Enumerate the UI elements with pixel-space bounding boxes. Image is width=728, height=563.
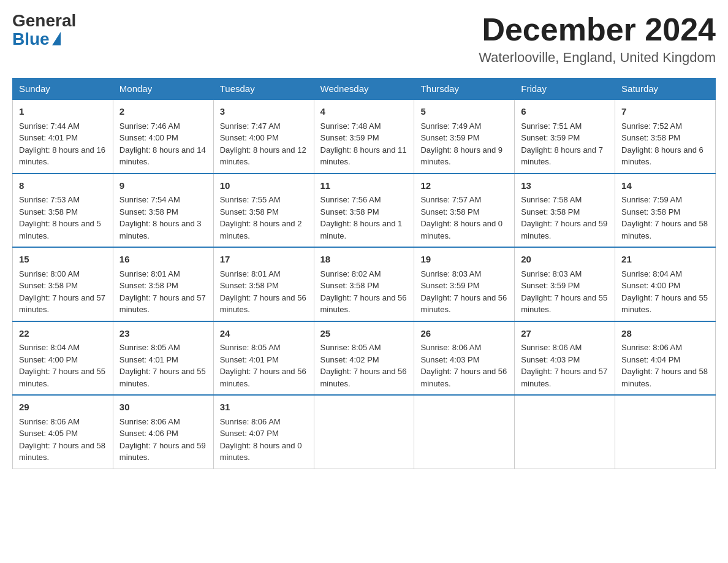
day-info: Sunrise: 7:59 AMSunset: 3:58 PMDaylight:…	[621, 195, 708, 240]
day-info: Sunrise: 7:48 AMSunset: 3:59 PMDaylight:…	[320, 121, 407, 167]
day-number: 12	[420, 179, 508, 193]
calendar-week-row: 15 Sunrise: 8:00 AMSunset: 3:58 PMDaylig…	[13, 247, 716, 321]
day-number: 14	[621, 179, 709, 193]
calendar-cell: 26 Sunrise: 8:06 AMSunset: 4:03 PMDaylig…	[414, 321, 515, 396]
calendar-cell: 30 Sunrise: 8:06 AMSunset: 4:06 PMDaylig…	[113, 395, 213, 469]
day-header-thursday: Thursday	[414, 79, 515, 100]
day-number: 10	[220, 179, 308, 193]
day-info: Sunrise: 7:56 AMSunset: 3:58 PMDaylight:…	[320, 195, 403, 240]
day-info: Sunrise: 8:06 AMSunset: 4:06 PMDaylight:…	[119, 417, 206, 462]
calendar-cell	[314, 395, 414, 469]
location-subtitle: Waterlooville, England, United Kingdom	[479, 50, 716, 66]
day-number: 22	[19, 327, 107, 341]
day-info: Sunrise: 8:01 AMSunset: 3:58 PMDaylight:…	[220, 269, 306, 315]
logo-general-text: General	[12, 12, 76, 29]
day-number: 6	[521, 105, 609, 119]
calendar-cell: 1 Sunrise: 7:44 AMSunset: 4:01 PMDayligh…	[13, 99, 113, 174]
day-info: Sunrise: 8:06 AMSunset: 4:05 PMDaylight:…	[19, 417, 105, 462]
calendar-week-row: 22 Sunrise: 8:04 AMSunset: 4:00 PMDaylig…	[13, 321, 716, 396]
day-number: 26	[420, 327, 508, 341]
calendar-cell: 4 Sunrise: 7:48 AMSunset: 3:59 PMDayligh…	[314, 99, 414, 174]
calendar-cell: 27 Sunrise: 8:06 AMSunset: 4:03 PMDaylig…	[515, 321, 615, 396]
day-info: Sunrise: 7:46 AMSunset: 4:00 PMDaylight:…	[119, 121, 206, 167]
calendar-header-row: SundayMondayTuesdayWednesdayThursdayFrid…	[13, 79, 716, 100]
calendar-cell: 25 Sunrise: 8:05 AMSunset: 4:02 PMDaylig…	[314, 321, 414, 396]
calendar-cell: 19 Sunrise: 8:03 AMSunset: 3:59 PMDaylig…	[414, 247, 515, 321]
logo-blue-text: Blue	[12, 29, 61, 49]
day-info: Sunrise: 8:02 AMSunset: 3:58 PMDaylight:…	[320, 269, 407, 315]
day-number: 11	[320, 179, 408, 193]
day-number: 18	[320, 253, 408, 267]
month-year-title: December 2024	[479, 12, 716, 47]
logo: General Blue	[12, 12, 76, 49]
day-number: 28	[621, 327, 709, 341]
day-info: Sunrise: 7:53 AMSunset: 3:58 PMDaylight:…	[19, 195, 101, 240]
calendar-cell: 17 Sunrise: 8:01 AMSunset: 3:58 PMDaylig…	[213, 247, 314, 321]
calendar-cell: 23 Sunrise: 8:05 AMSunset: 4:01 PMDaylig…	[113, 321, 213, 396]
day-info: Sunrise: 8:04 AMSunset: 4:00 PMDaylight:…	[19, 343, 105, 388]
day-info: Sunrise: 7:55 AMSunset: 3:58 PMDaylight:…	[220, 195, 302, 240]
calendar-cell: 2 Sunrise: 7:46 AMSunset: 4:00 PMDayligh…	[113, 99, 213, 174]
day-info: Sunrise: 8:06 AMSunset: 4:04 PMDaylight:…	[621, 343, 708, 388]
calendar-cell: 16 Sunrise: 8:01 AMSunset: 3:58 PMDaylig…	[113, 247, 213, 321]
day-number: 20	[521, 253, 609, 267]
calendar-cell: 18 Sunrise: 8:02 AMSunset: 3:58 PMDaylig…	[314, 247, 414, 321]
calendar-cell: 5 Sunrise: 7:49 AMSunset: 3:59 PMDayligh…	[414, 99, 515, 174]
calendar-table: SundayMondayTuesdayWednesdayThursdayFrid…	[12, 78, 716, 469]
calendar-cell	[515, 395, 615, 469]
day-info: Sunrise: 8:00 AMSunset: 3:58 PMDaylight:…	[19, 269, 105, 315]
day-number: 2	[119, 105, 207, 119]
day-number: 30	[119, 400, 207, 415]
day-number: 23	[119, 327, 207, 341]
day-info: Sunrise: 8:04 AMSunset: 4:00 PMDaylight:…	[621, 269, 708, 315]
calendar-cell: 12 Sunrise: 7:57 AMSunset: 3:58 PMDaylig…	[414, 174, 515, 248]
day-number: 9	[119, 179, 207, 193]
day-info: Sunrise: 8:05 AMSunset: 4:01 PMDaylight:…	[220, 343, 306, 388]
day-number: 5	[420, 105, 508, 119]
day-number: 19	[420, 253, 508, 267]
day-info: Sunrise: 7:44 AMSunset: 4:01 PMDaylight:…	[19, 121, 105, 167]
calendar-cell: 15 Sunrise: 8:00 AMSunset: 3:58 PMDaylig…	[13, 247, 113, 321]
day-header-saturday: Saturday	[615, 79, 716, 100]
day-info: Sunrise: 8:01 AMSunset: 3:58 PMDaylight:…	[119, 269, 206, 315]
day-info: Sunrise: 8:03 AMSunset: 3:59 PMDaylight:…	[420, 269, 507, 315]
day-number: 7	[621, 105, 709, 119]
day-number: 21	[621, 253, 709, 267]
day-number: 25	[320, 327, 408, 341]
day-number: 27	[521, 327, 609, 341]
calendar-week-row: 8 Sunrise: 7:53 AMSunset: 3:58 PMDayligh…	[13, 174, 716, 248]
calendar-cell: 9 Sunrise: 7:54 AMSunset: 3:58 PMDayligh…	[113, 174, 213, 248]
calendar-cell: 8 Sunrise: 7:53 AMSunset: 3:58 PMDayligh…	[13, 174, 113, 248]
calendar-cell: 21 Sunrise: 8:04 AMSunset: 4:00 PMDaylig…	[615, 247, 716, 321]
day-number: 17	[220, 253, 308, 267]
day-info: Sunrise: 8:05 AMSunset: 4:02 PMDaylight:…	[320, 343, 407, 388]
day-info: Sunrise: 8:06 AMSunset: 4:03 PMDaylight:…	[420, 343, 507, 388]
calendar-cell	[615, 395, 716, 469]
day-number: 8	[19, 179, 107, 193]
day-info: Sunrise: 7:51 AMSunset: 3:59 PMDaylight:…	[521, 121, 603, 167]
day-info: Sunrise: 7:58 AMSunset: 3:58 PMDaylight:…	[521, 195, 607, 240]
calendar-cell: 6 Sunrise: 7:51 AMSunset: 3:59 PMDayligh…	[515, 99, 615, 174]
day-info: Sunrise: 8:05 AMSunset: 4:01 PMDaylight:…	[119, 343, 206, 388]
day-number: 16	[119, 253, 207, 267]
calendar-cell: 28 Sunrise: 8:06 AMSunset: 4:04 PMDaylig…	[615, 321, 716, 396]
day-header-friday: Friday	[515, 79, 615, 100]
calendar-cell: 31 Sunrise: 8:06 AMSunset: 4:07 PMDaylig…	[213, 395, 314, 469]
day-info: Sunrise: 7:54 AMSunset: 3:58 PMDaylight:…	[119, 195, 202, 240]
day-number: 3	[220, 105, 308, 119]
calendar-cell: 13 Sunrise: 7:58 AMSunset: 3:58 PMDaylig…	[515, 174, 615, 248]
day-info: Sunrise: 7:49 AMSunset: 3:59 PMDaylight:…	[420, 121, 502, 167]
calendar-cell: 22 Sunrise: 8:04 AMSunset: 4:00 PMDaylig…	[13, 321, 113, 396]
day-number: 24	[220, 327, 308, 341]
title-block: December 2024 Waterlooville, England, Un…	[479, 12, 716, 66]
day-info: Sunrise: 7:52 AMSunset: 3:58 PMDaylight:…	[621, 121, 703, 167]
day-number: 29	[19, 400, 107, 415]
day-number: 13	[521, 179, 609, 193]
day-info: Sunrise: 7:47 AMSunset: 4:00 PMDaylight:…	[220, 121, 306, 167]
day-number: 1	[19, 105, 107, 119]
calendar-cell: 3 Sunrise: 7:47 AMSunset: 4:00 PMDayligh…	[213, 99, 314, 174]
calendar-week-row: 29 Sunrise: 8:06 AMSunset: 4:05 PMDaylig…	[13, 395, 716, 469]
day-info: Sunrise: 8:06 AMSunset: 4:07 PMDaylight:…	[220, 417, 302, 462]
calendar-cell: 29 Sunrise: 8:06 AMSunset: 4:05 PMDaylig…	[13, 395, 113, 469]
calendar-cell: 20 Sunrise: 8:03 AMSunset: 3:59 PMDaylig…	[515, 247, 615, 321]
